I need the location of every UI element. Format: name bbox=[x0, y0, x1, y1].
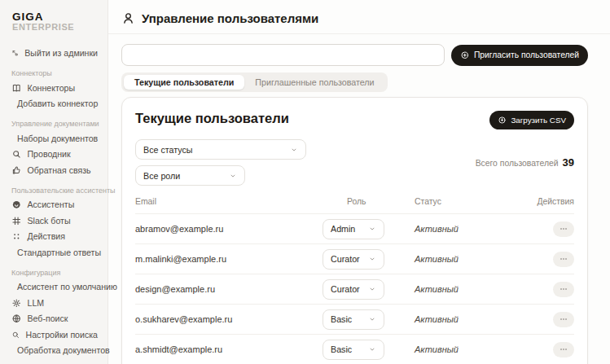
row-actions-button[interactable] bbox=[553, 312, 574, 327]
tab-current-users[interactable]: Текущие пользователи bbox=[124, 75, 244, 90]
sidebar-item-connectors[interactable]: Коннекторы bbox=[7, 80, 102, 96]
column-header-status: Статус bbox=[407, 197, 517, 206]
chevron-down-icon bbox=[368, 255, 376, 263]
chevron-down-icon bbox=[368, 315, 376, 323]
sidebar-item-document-processing[interactable]: Обработка документов bbox=[7, 343, 102, 359]
sidebar-item-label: Slack боты bbox=[28, 216, 71, 226]
plus-circle-icon bbox=[460, 50, 470, 60]
chevron-down-icon bbox=[368, 345, 376, 353]
sidebar-item-label: Действия bbox=[28, 231, 65, 241]
sidebar-section-label: Управление документами bbox=[11, 120, 98, 128]
search-input[interactable] bbox=[121, 44, 445, 66]
chevron-down-icon bbox=[290, 146, 298, 154]
ellipsis-icon bbox=[559, 254, 568, 264]
total-users: Всего пользователей 39 bbox=[476, 156, 574, 169]
sidebar-item-label: Добавить коннектор bbox=[17, 99, 98, 108]
role-select[interactable]: Admin bbox=[323, 219, 384, 239]
sidebar-item-feedback[interactable]: Обратная связь bbox=[7, 162, 102, 178]
sidebar-item-label: Веб-поиск bbox=[28, 314, 68, 323]
status-text: Активный bbox=[407, 344, 517, 354]
table-body: abramov@example.ruAdminАктивныйm.malinki… bbox=[135, 213, 574, 364]
role-select[interactable]: Basic bbox=[323, 340, 384, 360]
role-select[interactable]: Curator bbox=[323, 279, 384, 300]
sidebar-item-label: Настройки поиска bbox=[26, 330, 99, 340]
sidebar-item-standard-answers[interactable]: Стандартные ответы bbox=[7, 244, 102, 261]
sidebar-item-slack-bots[interactable]: Slack боты bbox=[7, 213, 102, 229]
status-filter-select[interactable]: Все статусы bbox=[135, 139, 306, 160]
tab-invited-users[interactable]: Приглашенные пользователи bbox=[244, 75, 384, 90]
email-cell: a.shmidt@example.ru bbox=[135, 344, 323, 354]
status-text: Активный bbox=[407, 224, 517, 234]
row-actions-button[interactable] bbox=[553, 221, 574, 237]
sidebar-item-label: Обработка документов bbox=[17, 345, 110, 355]
sidebar-item-logout-admin[interactable]: Выйти из админки bbox=[7, 46, 102, 62]
sidebar-section-label: Конфигурация bbox=[11, 269, 98, 277]
table-row: m.malinki@example.ruCuratorАктивный bbox=[135, 243, 574, 274]
logo-line2: ENTERPRISE bbox=[12, 23, 98, 33]
row-actions-button[interactable] bbox=[553, 342, 574, 357]
main-area: Управление пользователями Пригласить пол… bbox=[108, 0, 610, 364]
sidebar-item-label: Обратная связь bbox=[28, 165, 91, 175]
sidebar-item-add-connector[interactable]: Добавить коннектор bbox=[7, 96, 102, 112]
role-select[interactable]: Basic bbox=[323, 309, 384, 330]
invite-users-label: Пригласить пользователей bbox=[474, 50, 579, 59]
users-table: EmailРольСтатусДействия abramov@example.… bbox=[135, 194, 574, 364]
status-text: Активный bbox=[407, 284, 517, 294]
role-filter-select[interactable]: Все роли bbox=[135, 165, 245, 186]
logo-line1: GIGA bbox=[12, 11, 98, 23]
sidebar-item-label: Коннекторы bbox=[28, 83, 76, 93]
book-icon bbox=[11, 83, 22, 94]
chevron-down-icon bbox=[290, 146, 298, 154]
role-value: Admin bbox=[331, 224, 355, 234]
sidebar-nav: Выйти из админкиКоннекторыКоннекторыДоба… bbox=[11, 46, 98, 364]
sidebar-item-label: Проводник bbox=[28, 149, 71, 159]
table-row: abramov@example.ruAdminАктивный bbox=[135, 213, 574, 243]
row-actions-button[interactable] bbox=[553, 282, 574, 297]
sidebar-item-explorer[interactable]: Проводник bbox=[7, 147, 102, 163]
download-csv-button[interactable]: Загрузить CSV bbox=[489, 111, 574, 129]
table-header: EmailРольСтатусДействия bbox=[135, 194, 574, 213]
sidebar-section-label: Пользовательские ассистенты bbox=[11, 186, 98, 195]
gear-icon bbox=[11, 298, 22, 309]
row-actions-button[interactable] bbox=[553, 252, 574, 267]
status-text: Активный bbox=[407, 314, 517, 324]
content: Пригласить пользователей Текущие пользов… bbox=[108, 34, 610, 364]
chevron-down-icon bbox=[368, 285, 376, 293]
sidebar-item-search-settings[interactable]: Настройки поиска bbox=[7, 327, 102, 343]
users-icon bbox=[121, 11, 135, 25]
ellipsis-icon bbox=[559, 224, 568, 234]
actions-icon bbox=[11, 231, 22, 242]
sidebar: GIGA ENTERPRISE Выйти из админкиКоннекто… bbox=[0, 0, 108, 364]
page-header: Управление пользователями bbox=[108, 0, 610, 34]
column-header-email: Email bbox=[135, 197, 323, 206]
sidebar-item-assistants[interactable]: Ассистенты bbox=[7, 197, 102, 213]
sidebar-item-label: Ассистенты bbox=[28, 200, 75, 209]
sidebar-section-label: Коннекторы bbox=[11, 69, 98, 77]
sidebar-item-actions[interactable]: Действия bbox=[7, 229, 102, 245]
assistant-icon bbox=[11, 200, 22, 210]
total-users-value: 39 bbox=[563, 156, 574, 169]
globe-icon bbox=[11, 314, 22, 324]
plus-circle-icon bbox=[460, 50, 470, 60]
users-icon bbox=[121, 11, 135, 25]
sidebar-item-label: Ассистент по умолчанию bbox=[17, 282, 117, 292]
logo: GIGA ENTERPRISE bbox=[12, 11, 98, 33]
sidebar-item-label: Выйти из админки bbox=[24, 48, 98, 58]
chevron-down-icon bbox=[368, 225, 376, 233]
sidebar-item-web-search[interactable]: Веб-поиск bbox=[7, 311, 102, 327]
sidebar-item-llm[interactable]: LLM bbox=[7, 295, 102, 311]
sidebar-item-document-sets[interactable]: Наборы документов bbox=[7, 130, 102, 147]
table-row: a.shmidt@example.ruBasicАктивный bbox=[135, 334, 574, 364]
chevron-down-icon bbox=[229, 172, 237, 180]
ellipsis-icon bbox=[559, 344, 568, 354]
current-users-card: Текущие пользователи Загрузить CSV Все с… bbox=[121, 97, 588, 364]
role-select[interactable]: Curator bbox=[323, 249, 384, 270]
filters-row: Все статусы Все роли Всего пользователей… bbox=[135, 139, 574, 186]
sidebar-item-default-assistant[interactable]: Ассистент по умолчанию bbox=[7, 279, 102, 296]
page-title: Управление пользователями bbox=[142, 11, 318, 25]
invite-users-button[interactable]: Пригласить пользователей bbox=[451, 45, 588, 66]
chevron-down-icon bbox=[229, 172, 237, 180]
role-value: Basic bbox=[331, 314, 352, 324]
card-head: Текущие пользователи Загрузить CSV bbox=[135, 111, 574, 129]
download-icon bbox=[498, 116, 507, 125]
